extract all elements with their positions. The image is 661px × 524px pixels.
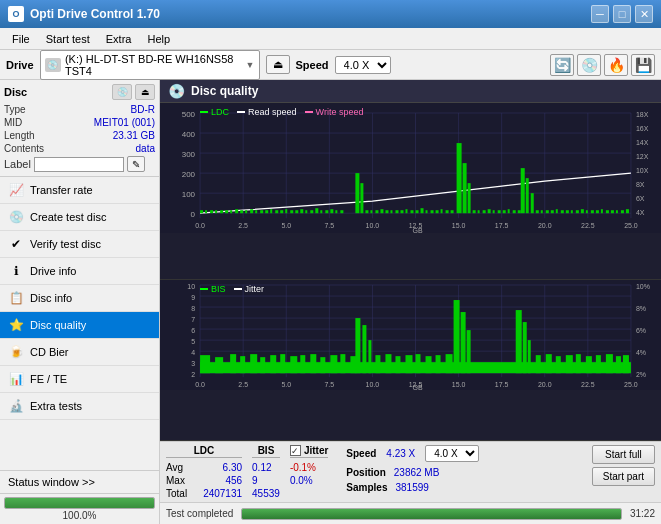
svg-text:8%: 8% (636, 305, 646, 312)
sidebar-item-fe-te[interactable]: 📊 FE / TE (0, 366, 159, 393)
minimize-button[interactable]: ─ (591, 5, 609, 23)
sidebar-item-verify-test-disc[interactable]: ✔ Verify test disc (0, 231, 159, 258)
sidebar-item-disc-quality[interactable]: ⭐ Disc quality (0, 312, 159, 339)
speed-label: Speed (296, 59, 329, 71)
disc-info-icon[interactable]: 💿 (112, 84, 132, 100)
speed-dropdown[interactable]: 4.0 X 2.0 X (425, 445, 479, 462)
drive-name: (K:) HL-DT-ST BD-RE WH16NS58 TST4 (65, 53, 246, 77)
disc-section-title: Disc (4, 86, 27, 98)
max-label-ldc: Max (166, 475, 185, 486)
bis-legend-item: BIS (200, 284, 226, 294)
disc-button[interactable]: 💿 (577, 54, 601, 76)
svg-rect-97 (536, 210, 539, 213)
jitter-header: Jitter (304, 445, 328, 456)
sidebar-item-extra-tests[interactable]: 🔬 Extra tests (0, 393, 159, 420)
svg-rect-53 (305, 210, 307, 213)
svg-text:20.0: 20.0 (538, 381, 552, 388)
svg-rect-38 (230, 210, 232, 213)
svg-rect-104 (571, 210, 573, 213)
svg-rect-188 (436, 355, 441, 373)
svg-text:8: 8 (191, 305, 195, 312)
svg-rect-174 (310, 354, 316, 373)
bis-color (200, 288, 208, 290)
svg-text:0: 0 (191, 210, 196, 219)
stats-bar: LDC Avg 6.30 Max 456 Total 2407131 BIS (160, 441, 661, 502)
save-button[interactable]: 💾 (631, 54, 655, 76)
svg-text:5.0: 5.0 (281, 222, 291, 229)
menu-start-test[interactable]: Start test (38, 31, 98, 47)
svg-rect-59 (335, 210, 337, 213)
drive-selector[interactable]: 💿 (K:) HL-DT-ST BD-RE WH16NS58 TST4 ▼ (40, 50, 260, 80)
svg-rect-102 (561, 210, 564, 213)
transfer-rate-icon: 📈 (8, 182, 24, 198)
start-part-button[interactable]: Start part (592, 467, 655, 486)
speed-header: Speed (346, 448, 376, 459)
drive-info-icon: ℹ (8, 263, 24, 279)
write-speed-color (305, 111, 313, 113)
svg-rect-108 (591, 210, 594, 213)
svg-rect-85 (478, 210, 480, 213)
svg-rect-67 (385, 210, 388, 213)
write-speed-legend-item: Write speed (305, 107, 364, 117)
svg-text:10.0: 10.0 (366, 381, 380, 388)
svg-text:2.5: 2.5 (238, 222, 248, 229)
svg-rect-195 (528, 340, 531, 373)
status-window-label: Status window >> (8, 476, 95, 488)
sidebar-item-drive-info[interactable]: ℹ Drive info (0, 258, 159, 285)
mid-value: MEIT01 (001) (94, 117, 155, 128)
start-full-button[interactable]: Start full (592, 445, 655, 464)
svg-rect-110 (601, 209, 603, 213)
label-edit-button[interactable]: ✎ (127, 156, 145, 172)
svg-rect-51 (295, 210, 298, 213)
status-window-button[interactable]: Status window >> (0, 470, 159, 493)
sidebar-item-transfer-rate[interactable]: 📈 Transfer rate (0, 177, 159, 204)
ldc-color (200, 111, 208, 113)
svg-rect-114 (621, 210, 624, 213)
refresh-button[interactable]: 🔄 (550, 54, 574, 76)
svg-text:15.0: 15.0 (452, 381, 466, 388)
drive-icon: 💿 (45, 58, 61, 72)
svg-rect-69 (395, 210, 398, 213)
svg-rect-190 (454, 300, 460, 373)
speed-selector[interactable]: 4.0 X 2.0 X 8.0 X (335, 56, 391, 74)
svg-rect-70 (400, 210, 403, 213)
ldc-avg-val: 6.30 (223, 462, 242, 473)
svg-rect-47 (275, 210, 278, 213)
eject-button[interactable]: ⏏ (266, 55, 290, 74)
drive-label: Drive (6, 59, 34, 71)
svg-text:7.5: 7.5 (324, 222, 334, 229)
svg-rect-73 (416, 210, 419, 213)
svg-rect-49 (285, 209, 287, 213)
menu-help[interactable]: Help (139, 31, 178, 47)
svg-text:15.0: 15.0 (452, 222, 466, 229)
burn-button[interactable]: 🔥 (604, 54, 628, 76)
close-button[interactable]: ✕ (635, 5, 653, 23)
jitter-avg-row: -0.1% (290, 462, 328, 473)
svg-rect-48 (280, 210, 283, 213)
sidebar-item-cd-bier[interactable]: 🍺 CD Bier (0, 339, 159, 366)
bis-header: BIS (252, 445, 280, 458)
status-progress-bar (241, 508, 622, 520)
verify-test-disc-icon: ✔ (8, 236, 24, 252)
svg-rect-196 (536, 355, 541, 373)
disc-mid-row: MID MEIT01 (001) (4, 117, 155, 128)
sidebar-item-create-test-disc[interactable]: 💿 Create test disc (0, 204, 159, 231)
label-input[interactable] (34, 157, 124, 172)
sidebar-item-disc-info[interactable]: 📋 Disc info (0, 285, 159, 312)
svg-rect-101 (556, 209, 558, 213)
app-icon: O (8, 6, 24, 22)
svg-rect-52 (300, 209, 303, 213)
maximize-button[interactable]: □ (613, 5, 631, 23)
main-layout: Disc 💿 ⏏ Type BD-R MID MEIT01 (001) Leng… (0, 80, 661, 524)
total-label-ldc: Total (166, 488, 187, 499)
svg-rect-75 (426, 210, 428, 213)
svg-rect-100 (551, 210, 554, 213)
menu-file[interactable]: File (4, 31, 38, 47)
position-row: Position 23862 MB (346, 467, 479, 478)
menu-extra[interactable]: Extra (98, 31, 140, 47)
create-test-disc-label: Create test disc (30, 211, 106, 223)
disc-eject-icon[interactable]: ⏏ (135, 84, 155, 100)
svg-rect-203 (606, 354, 613, 373)
title-bar: O Opti Drive Control 1.70 ─ □ ✕ (0, 0, 661, 28)
jitter-checkbox[interactable]: ✓ (290, 445, 301, 456)
